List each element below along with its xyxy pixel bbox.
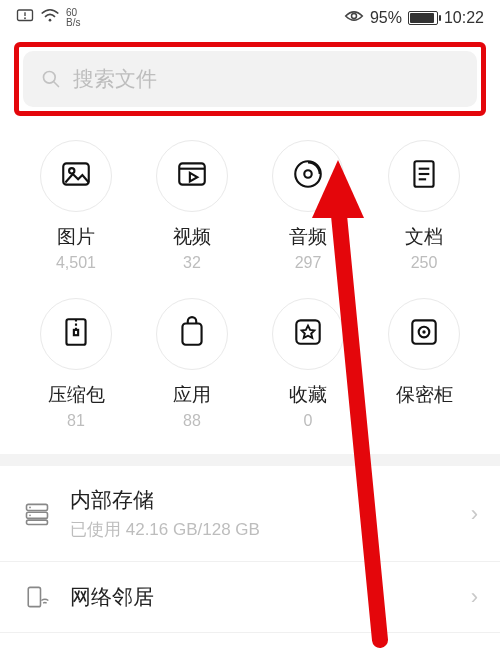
storage-icon <box>22 499 52 529</box>
svg-rect-27 <box>27 520 48 524</box>
section-divider <box>0 454 500 466</box>
category-count: 32 <box>183 254 201 272</box>
search-input[interactable] <box>73 67 459 91</box>
network-title: 网络邻居 <box>70 583 453 611</box>
category-images[interactable]: 图片 4,501 <box>20 140 132 272</box>
star-icon <box>291 315 325 353</box>
clock-label: 10:22 <box>444 9 484 27</box>
category-label: 收藏 <box>289 382 327 408</box>
category-label: 图片 <box>57 224 95 250</box>
app-icon <box>175 315 209 353</box>
search-box[interactable] <box>23 51 477 107</box>
category-safe[interactable]: 保密柜 <box>368 298 480 430</box>
audio-icon <box>291 157 325 195</box>
archive-icon <box>59 315 93 353</box>
category-label: 保密柜 <box>396 382 453 408</box>
svg-point-13 <box>304 170 311 177</box>
chevron-right-icon: › <box>471 584 478 610</box>
network-icon <box>22 582 52 612</box>
category-count: 4,501 <box>56 254 96 272</box>
battery-icon <box>408 11 438 25</box>
network-neighborhood-item[interactable]: 网络邻居 › <box>0 562 500 633</box>
category-label: 应用 <box>173 382 211 408</box>
network-speed-label: 60 B/s <box>66 8 80 28</box>
svg-point-29 <box>29 514 31 516</box>
category-grid: 图片 4,501 视频 32 音频 297 文档 250 压缩包 81 <box>0 132 500 454</box>
svg-point-2 <box>24 17 26 19</box>
category-apps[interactable]: 应用 88 <box>136 298 248 430</box>
category-label: 视频 <box>173 224 211 250</box>
category-count: 81 <box>67 412 85 430</box>
internal-storage-item[interactable]: 内部存储 已使用 42.16 GB/128 GB › <box>0 466 500 562</box>
category-count: 0 <box>304 412 313 430</box>
status-bar: 60 B/s 95% 10:22 <box>0 0 500 36</box>
video-icon <box>175 157 209 195</box>
svg-rect-30 <box>28 587 40 606</box>
category-label: 文档 <box>405 224 443 250</box>
wifi-icon <box>40 8 60 28</box>
svg-point-8 <box>69 168 74 173</box>
category-label: 压缩包 <box>48 382 105 408</box>
document-icon <box>407 157 441 195</box>
svg-point-28 <box>29 506 31 508</box>
svg-point-3 <box>49 19 52 22</box>
eye-comfort-icon <box>344 9 364 27</box>
category-audio[interactable]: 音频 297 <box>252 140 364 272</box>
chevron-right-icon: › <box>471 501 478 527</box>
category-favorites[interactable]: 收藏 0 <box>252 298 364 430</box>
category-count: 297 <box>295 254 322 272</box>
battery-percent-label: 95% <box>370 9 402 27</box>
svg-line-6 <box>54 82 59 87</box>
category-archives[interactable]: 压缩包 81 <box>20 298 132 430</box>
storage-sub: 已使用 42.16 GB/128 GB <box>70 518 453 541</box>
category-count: 250 <box>411 254 438 272</box>
svg-rect-20 <box>74 330 78 335</box>
category-docs[interactable]: 文档 250 <box>368 140 480 272</box>
search-highlight-annotation <box>14 42 486 116</box>
category-label: 音频 <box>289 224 327 250</box>
search-icon <box>41 69 61 89</box>
image-icon <box>59 157 93 195</box>
vault-icon <box>407 315 441 353</box>
category-videos[interactable]: 视频 32 <box>136 140 248 272</box>
sim-alert-icon <box>16 8 34 28</box>
category-count: 88 <box>183 412 201 430</box>
svg-marker-11 <box>190 173 197 182</box>
svg-rect-18 <box>66 319 85 345</box>
svg-point-4 <box>351 14 356 19</box>
svg-point-24 <box>422 330 425 333</box>
storage-title: 内部存储 <box>70 486 453 514</box>
